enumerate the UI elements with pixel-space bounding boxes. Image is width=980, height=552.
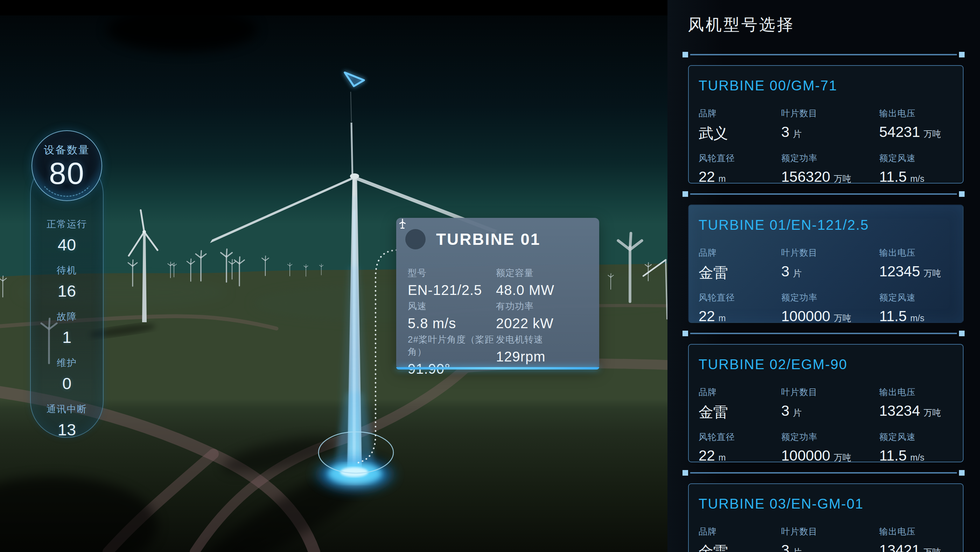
card-field: 品牌 金雷 — [698, 526, 781, 552]
card-field: 叶片数目 3片 — [781, 526, 879, 552]
separator-endpoint-right — [959, 331, 965, 336]
turbine-card[interactable]: TURBINE 01/EN-121/2.5 品牌 金雷 叶片数目 3 — [688, 204, 964, 323]
card-field: 叶片数目 3片 — [781, 107, 879, 143]
card-field-value: 金雷 — [698, 402, 781, 422]
card-field-label: 品牌 — [698, 386, 781, 398]
wind-farm-dashboard: 设备数量 80 正常运行 40 待机 16 故障 — [0, 0, 980, 552]
card-field: 输出电压 13421万吨 — [879, 526, 953, 552]
card-block: TURBINE 00/GM-71 品牌 武义 叶片数目 3片 — [682, 52, 965, 183]
tooltip-field: 发电机转速 129rpm — [496, 333, 593, 377]
card-field-unit: 万吨 — [924, 268, 941, 278]
card-field-number: 11.5 — [879, 447, 907, 464]
turbine-card-fields: 品牌 金雷 叶片数目 3片 输出电压 — [698, 526, 953, 552]
card-field-number: 13234 — [879, 402, 920, 419]
card-field-value: 156320万吨 — [781, 169, 879, 185]
card-field: 风轮直径 22m — [698, 431, 781, 464]
card-field-number: 3 — [781, 124, 789, 140]
card-field-number: 11.5 — [879, 308, 907, 324]
tooltip-field-value: 48.0 MW — [496, 282, 593, 298]
card-field-value: 11.5m/s — [879, 169, 953, 185]
stat-value: 16 — [58, 281, 76, 300]
card-field-unit: 万吨 — [834, 313, 851, 323]
card-field-value: 金雷 — [698, 542, 781, 552]
tooltip-field-value: 129rpm — [496, 349, 593, 365]
card-field-value: 3片 — [781, 402, 879, 419]
card-field-value: 3片 — [781, 124, 879, 140]
card-field-value: 22m — [698, 308, 781, 325]
device-count-label: 设备数量 — [44, 143, 90, 157]
card-field: 额定风速 11.5m/s — [879, 292, 953, 325]
card-field-value: 11.5m/s — [879, 447, 953, 464]
device-count-value: 80 — [49, 157, 85, 190]
separator-endpoint-left — [682, 191, 688, 197]
card-field: 输出电压 12345万吨 — [879, 247, 953, 282]
card-field-label: 叶片数目 — [781, 386, 879, 398]
separator-endpoint-right — [959, 191, 965, 197]
card-field-number: 11.5 — [879, 169, 907, 185]
card-field-number: 22 — [698, 169, 715, 185]
tooltip-field: 型号 EN-121/2.5 — [408, 267, 496, 298]
card-field-label: 品牌 — [698, 107, 781, 119]
card-field-label: 风轮直径 — [698, 292, 781, 303]
tooltip-field-label: 风速 — [408, 300, 496, 313]
card-field-number: 3 — [781, 542, 789, 552]
card-field-label: 风轮直径 — [698, 152, 781, 164]
card-field-label: 额定功率 — [781, 431, 879, 443]
card-field-value: 武义 — [698, 124, 781, 143]
card-field-label: 叶片数目 — [781, 247, 879, 258]
tooltip-header: TURBINE 01 — [396, 218, 599, 249]
card-field-unit: 片 — [793, 408, 802, 418]
card-field: 输出电压 54231万吨 — [879, 107, 953, 143]
card-field-number: 54231 — [879, 124, 920, 140]
stat-label: 通讯中断 — [46, 403, 87, 415]
card-field-value: 3片 — [781, 542, 879, 552]
separator-endpoint-right — [959, 470, 965, 475]
card-field-label: 额定风速 — [879, 152, 953, 164]
tooltip-fields: 型号 EN-121/2.5 额定容量 48.0 MW 风速 5.8 m/s — [408, 267, 593, 377]
turbine-card-fields: 品牌 武义 叶片数目 3片 输出电压 — [698, 107, 953, 195]
card-field-value: 13421万吨 — [879, 542, 953, 552]
card-field-unit: 片 — [793, 268, 802, 278]
turbine-card[interactable]: TURBINE 03/EN-GM-01 品牌 金雷 叶片数目 3片 — [688, 483, 964, 552]
device-count-circle: 设备数量 80 — [32, 130, 102, 201]
card-field: 风轮直径 22m — [698, 152, 781, 185]
stat-value: 1 — [62, 327, 72, 347]
stat-label: 维护 — [57, 357, 77, 369]
card-field-value: 12345万吨 — [879, 263, 953, 280]
card-field-value: 100000万吨 — [781, 447, 879, 464]
tooltip-title: TURBINE 01 — [436, 230, 540, 249]
card-field-number: 武义 — [698, 125, 728, 142]
turbine-card-title: TURBINE 02/EGM-90 — [698, 357, 953, 372]
card-field-unit: m — [719, 453, 726, 462]
stat-value: 0 — [62, 374, 72, 393]
turbine-card[interactable]: TURBINE 00/GM-71 品牌 武义 叶片数目 3片 — [688, 65, 964, 183]
card-field: 风轮直径 22m — [698, 292, 781, 325]
card-block: TURBINE 03/EN-GM-01 品牌 金雷 叶片数目 3片 — [682, 470, 965, 552]
tooltip-field: 风速 5.8 m/s — [408, 300, 496, 331]
stat-label: 正常运行 — [46, 218, 87, 230]
tooltip-field-label: 2#桨叶片角度（桨距角） — [408, 333, 496, 358]
turbine-card-title: TURBINE 00/GM-71 — [698, 78, 953, 94]
tooltip-field-value: EN-121/2.5 — [408, 282, 496, 298]
stat-item: 待机 16 — [57, 264, 77, 300]
turbine-tooltip: TURBINE 01 型号 EN-121/2.5 额定容量 48.0 MW 风速 — [396, 218, 599, 370]
card-field: 额定功率 156320万吨 — [781, 152, 879, 185]
scene-3d-viewport[interactable]: 设备数量 80 正常运行 40 待机 16 故障 — [0, 0, 667, 552]
card-field-unit: 万吨 — [924, 129, 941, 139]
card-field: 额定风速 11.5m/s — [879, 431, 953, 464]
turbine-model-panel: 风机型号选择 TURBINE 00/GM-71 品牌 — [667, 0, 980, 552]
tooltip-field-value: 5.8 m/s — [408, 316, 496, 331]
turbine-card-fields: 品牌 金雷 叶片数目 3片 输出电压 — [698, 247, 953, 334]
card-field-label: 额定风速 — [879, 431, 953, 443]
tooltip-field: 额定容量 48.0 MW — [496, 267, 593, 298]
turbine-card-title: TURBINE 03/EN-GM-01 — [698, 496, 953, 512]
card-field-label: 风轮直径 — [698, 431, 781, 443]
card-field: 额定功率 100000万吨 — [781, 431, 879, 464]
device-stats-widget: 设备数量 80 正常运行 40 待机 16 故障 — [30, 130, 103, 439]
turbine-card[interactable]: TURBINE 02/EGM-90 品牌 金雷 叶片数目 3片 — [688, 344, 964, 462]
tooltip-field: 有功功率 2022 kW — [496, 300, 593, 331]
card-block: TURBINE 01/EN-121/2.5 品牌 金雷 叶片数目 3 — [682, 191, 965, 323]
card-field-number: 100000 — [781, 447, 830, 464]
stat-label: 故障 — [57, 310, 77, 323]
card-field-label: 输出电压 — [879, 386, 953, 398]
